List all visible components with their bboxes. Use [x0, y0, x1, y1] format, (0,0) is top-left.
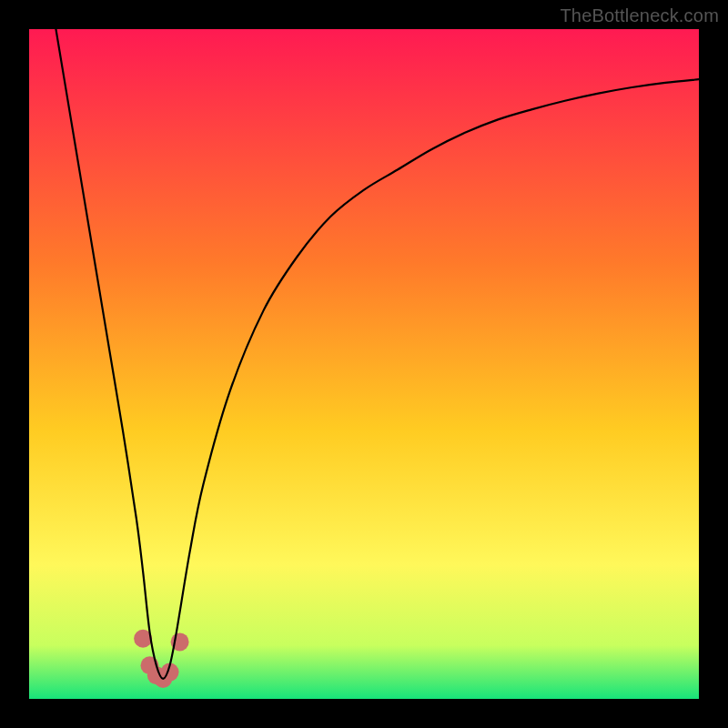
- chart-background: [29, 29, 699, 699]
- chart-frame: TheBottleneck.com: [0, 0, 728, 728]
- chart-svg: [29, 29, 699, 699]
- watermark-label: TheBottleneck.com: [560, 5, 719, 26]
- plot-area: [29, 29, 699, 699]
